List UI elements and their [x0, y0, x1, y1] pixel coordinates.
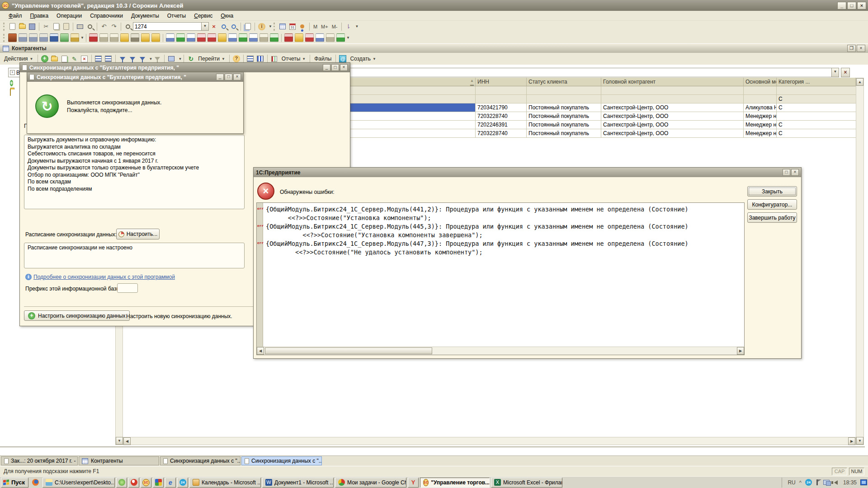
edit-item-icon[interactable]: ✎ [70, 54, 79, 63]
taskbar-outlook-button[interactable]: Календарь - Microsoft ... [189, 478, 261, 488]
reports-menu-button[interactable]: Отчеты▼ [279, 55, 308, 63]
quit-button[interactable]: Завершить работу [747, 212, 797, 223]
sync-settings-summary[interactable]: Выгружать документы и справочную информа… [24, 135, 245, 209]
tray-network-icon[interactable] [823, 480, 830, 485]
user-settings-icon[interactable] [298, 22, 307, 31]
discount-icon[interactable] [295, 33, 303, 42]
incoming-doc-icon[interactable] [176, 33, 185, 42]
purchase-cart-icon[interactable] [110, 33, 118, 42]
tree-scroll-down-icon[interactable]: ▼ [116, 437, 123, 445]
export-doc-icon[interactable] [239, 33, 247, 42]
column-header-inn[interactable]: ИНН [476, 78, 527, 86]
goods-receipt-icon[interactable] [197, 33, 206, 42]
dropdown-icon[interactable]: ▼ [80, 36, 84, 40]
start-button[interactable]: Пуск [1, 478, 28, 488]
taskbar-bitrix24-button[interactable]: 24 [177, 478, 188, 488]
taskbar-1c-button[interactable]: 1С [141, 478, 151, 488]
info-icon[interactable]: i [257, 22, 266, 31]
print-label-icon[interactable] [39, 33, 48, 42]
money-grid-icon[interactable] [60, 33, 69, 42]
actions-menu-button[interactable]: Действия▼ [2, 55, 36, 63]
filter-by-value-icon[interactable] [138, 54, 147, 63]
scroll-right-icon[interactable]: ▶ [848, 437, 855, 445]
dialog-maximize-button[interactable]: □ [331, 64, 339, 71]
delete-item-icon[interactable]: × [80, 54, 89, 63]
new-document-icon[interactable] [8, 22, 17, 31]
paste-icon[interactable] [61, 22, 71, 31]
help-icon[interactable]: ? [232, 54, 241, 63]
undo-icon[interactable]: ↶ [99, 22, 108, 31]
inventory-icon[interactable] [305, 33, 314, 42]
customer-order-icon[interactable] [89, 33, 98, 42]
memory-mminus-button[interactable]: M- [330, 23, 340, 30]
taskbar-chrome-button[interactable]: Мои задачи - Google Ch... [335, 478, 406, 488]
setup-sync-button[interactable]: + Настроить синхронизацию данных [24, 310, 130, 321]
table-horizontal-scrollbar[interactable]: ◀ ▶ [123, 437, 856, 445]
print-receipt-icon[interactable] [29, 33, 38, 42]
hierarchy-view-icon[interactable] [256, 54, 265, 63]
calculator-icon[interactable] [278, 22, 287, 31]
filter-icon[interactable] [128, 54, 137, 63]
schedule-status-box[interactable]: Расписание синхронизации не настроено [24, 243, 245, 268]
search-dropdown-icon[interactable]: ▼ [201, 23, 208, 30]
taskbar-ie-button[interactable]: e [165, 478, 176, 488]
tools-dropdown-icon[interactable]: ▼ [355, 24, 359, 28]
memory-mplus-button[interactable]: M+ [319, 23, 330, 30]
print-preview-icon[interactable] [85, 22, 94, 31]
print-icon[interactable] [75, 22, 85, 31]
toolbar-grip[interactable] [3, 34, 6, 42]
sync-progress-dialog-titlebar[interactable]: Синхронизация данных с "Бухгалтерия пред… [27, 72, 243, 82]
dialog-minimize-button[interactable]: _ [216, 74, 224, 80]
menu-references[interactable]: Справочники [86, 12, 127, 20]
journal-icon[interactable] [259, 33, 268, 42]
contacts-icon[interactable] [50, 33, 58, 42]
tray-volume-icon[interactable] [834, 480, 838, 485]
dialog-close-button[interactable]: × [233, 74, 241, 80]
warehouse-icon[interactable] [131, 33, 139, 42]
report-doc-icon[interactable] [228, 33, 237, 42]
menu-reports[interactable]: Отчеты [163, 12, 190, 20]
app-maximize-button[interactable]: □ [847, 2, 856, 9]
payment-icon[interactable] [141, 33, 150, 42]
tab-kontragenty[interactable]: Контрагенты [79, 456, 159, 465]
tab-order-document[interactable]: Зак...: 20 октября 2017 г. - ... [1, 456, 78, 465]
menu-edit[interactable]: Правка [26, 12, 53, 20]
files-button[interactable]: Файлы [312, 55, 334, 63]
payment-order-icon[interactable] [218, 33, 226, 42]
email-icon[interactable]: @ [338, 54, 347, 63]
window-restore-button[interactable]: ❐ [847, 45, 856, 52]
exchange-doc-icon[interactable] [249, 33, 258, 42]
error-dialog-titlebar[interactable]: 1С:Предприятие □ × [254, 168, 801, 177]
add-group-icon[interactable] [50, 54, 59, 63]
column-header-manager[interactable]: Основной мен... [744, 78, 777, 86]
price-setting-icon[interactable] [284, 33, 293, 42]
menu-documents[interactable]: Документы [127, 12, 163, 20]
cash-register-icon[interactable] [71, 33, 79, 42]
tab-sync-1[interactable]: Синхронизация данных с "... [160, 456, 241, 465]
reports-chart-icon[interactable] [270, 54, 279, 63]
prefix-input[interactable] [117, 283, 138, 293]
customer-invoice-icon[interactable] [166, 33, 175, 42]
tree-folder-icon[interactable] [10, 89, 11, 95]
firefox-icon[interactable] [32, 479, 39, 486]
retail-icon[interactable] [326, 33, 335, 42]
cash-flow-icon[interactable] [151, 33, 160, 42]
supplier-invoice-icon[interactable] [187, 33, 195, 42]
sort-ascending-icon[interactable] [94, 54, 103, 63]
commission-icon[interactable] [336, 33, 345, 42]
taskbar-icq-button[interactable] [116, 478, 127, 488]
copy-icon[interactable] [52, 22, 61, 31]
refresh-icon[interactable]: ↻ [186, 54, 195, 63]
cut-icon[interactable]: ✂ [42, 22, 51, 31]
find-previous-icon[interactable] [229, 22, 238, 31]
error-list-hscrollbar[interactable]: ◀ ▶ [257, 347, 744, 355]
taskbar-excel-button[interactable]: X Microsoft Excel - Фрилан... [491, 478, 562, 488]
save-icon[interactable] [28, 22, 37, 31]
output-dropdown-icon[interactable]: ▼ [178, 57, 182, 61]
sort-descending-icon[interactable] [104, 54, 113, 63]
dropdown-icon[interactable]: ▼ [346, 36, 350, 40]
tab-sync-2-active[interactable]: Синхронизация данных с "... [241, 456, 322, 465]
tools-icon[interactable]: ⇂ [344, 22, 353, 31]
scroll-down-icon[interactable]: ▼ [856, 437, 863, 445]
configurator-button[interactable]: Конфигуратор... [747, 199, 797, 210]
